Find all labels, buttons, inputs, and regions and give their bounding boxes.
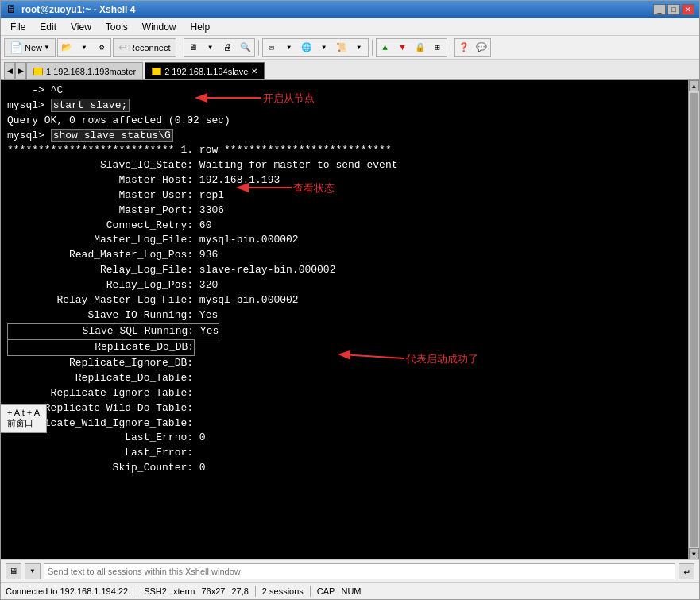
scroll-down-btn[interactable]: ▼ bbox=[689, 548, 699, 559]
reconnect-button[interactable]: ↩ Reconnect bbox=[113, 38, 176, 57]
terminal-line: Relay_Log_File: slave-relay-bin.000002 bbox=[7, 263, 682, 278]
session-arrow[interactable]: ▼ bbox=[25, 563, 41, 579]
new-icon: 📄 bbox=[10, 41, 23, 54]
terminal-line: Master_Log_File: mysql-bin.000002 bbox=[7, 233, 682, 248]
terminal-line: Query OK, 0 rows affected (0.02 sec) bbox=[7, 114, 682, 129]
tab-nav-right[interactable]: ▶ bbox=[15, 62, 26, 79]
grid-btn[interactable]: ⊞ bbox=[429, 39, 447, 56]
toolbar-sep-1 bbox=[180, 40, 180, 56]
tab-1[interactable]: 1 192.168.1.193master bbox=[26, 62, 143, 79]
tab-2-close[interactable]: ✕ bbox=[251, 67, 257, 75]
scroll-thumb[interactable] bbox=[690, 93, 698, 547]
menu-window[interactable]: Window bbox=[136, 20, 183, 34]
script-btn[interactable]: 📜 bbox=[333, 39, 350, 56]
send-button[interactable]: ↵ bbox=[679, 563, 694, 579]
monitor-icon-btn[interactable]: 🖥 bbox=[184, 39, 202, 56]
terminal-line: Relay_Log_Pos: 320 bbox=[7, 278, 682, 293]
window-controls: _ □ ✕ bbox=[653, 4, 694, 15]
tab-bar: ◀ ▶ 1 192.168.1.193master 2 192.168.1.19… bbox=[1, 60, 699, 80]
tab-1-icon bbox=[33, 68, 43, 75]
upload-btn[interactable]: ▲ bbox=[377, 39, 394, 56]
new-button[interactable]: 📄 New ▼ bbox=[4, 38, 56, 57]
send-text-input[interactable] bbox=[44, 563, 675, 579]
globe-btn[interactable]: 🌐 bbox=[298, 39, 315, 56]
terminal-line: mysql> show slave status\G bbox=[7, 129, 682, 144]
connection-status: Connected to 192.168.1.194:22. bbox=[6, 586, 130, 596]
terminal-line: Slave_SQL_Running: Yes bbox=[7, 323, 682, 340]
protocol-status: SSH2 bbox=[144, 586, 167, 596]
num-status: NUM bbox=[341, 586, 361, 596]
terminal-line: Replicate_Do_Table: bbox=[7, 371, 682, 386]
minimize-button[interactable]: _ bbox=[653, 4, 666, 15]
terminal-line: Replicate_Wild_Do_Table: bbox=[7, 401, 682, 416]
terminal-line: mysql> start slave; bbox=[7, 99, 682, 114]
download-btn[interactable]: ▼ bbox=[394, 39, 412, 56]
chat-btn[interactable]: 💬 bbox=[473, 39, 490, 56]
menu-edit[interactable]: Edit bbox=[33, 20, 63, 34]
toolbar-help-group: ❓ 💬 bbox=[454, 38, 491, 57]
terminal-line: Master_Host: 192.168.1.193 bbox=[7, 173, 682, 188]
open-button[interactable]: 📂 bbox=[58, 39, 75, 56]
window-title: root@zuoyu1:~ - Xshell 4 bbox=[21, 4, 135, 15]
session-icon[interactable]: 🖥 bbox=[6, 563, 21, 579]
compose-arrow-btn[interactable]: ▼ bbox=[280, 39, 298, 56]
menu-file[interactable]: File bbox=[4, 20, 32, 34]
close-button[interactable]: ✕ bbox=[682, 4, 694, 15]
terminal-line: Replicate_Ignore_Table: bbox=[7, 386, 682, 401]
tab-2[interactable]: 2 192.168.1.194slave ✕ bbox=[145, 62, 265, 79]
toolbar-sep-2 bbox=[258, 40, 259, 56]
status-sep-2 bbox=[255, 586, 256, 597]
terminal-size-status: 76x27 bbox=[201, 586, 225, 596]
menu-help[interactable]: Help bbox=[184, 20, 217, 34]
terminal-line: Relay_Master_Log_File: mysql-bin.000002 bbox=[7, 293, 682, 308]
terminal-line: Master_Port: 3306 bbox=[7, 203, 682, 219]
status-bar: Connected to 192.168.1.194:22. SSH2 xter… bbox=[1, 582, 699, 599]
scroll-up-btn[interactable]: ▲ bbox=[689, 80, 699, 91]
menu-tools[interactable]: Tools bbox=[99, 20, 134, 34]
menu-bar: File Edit View Tools Window Help bbox=[1, 18, 699, 36]
main-window: 🖥 root@zuoyu1:~ - Xshell 4 _ □ ✕ File Ed… bbox=[0, 0, 700, 600]
terminal-line: Last_Error: bbox=[7, 446, 682, 461]
search-btn[interactable]: 🔍 bbox=[237, 39, 254, 56]
vertical-scrollbar[interactable]: ▲ ▼ bbox=[688, 80, 699, 559]
terminal[interactable]: -> ^Cmysql> start slave;Query OK, 0 rows… bbox=[1, 80, 688, 559]
caps-status: CAP bbox=[317, 586, 335, 596]
maximize-button[interactable]: □ bbox=[667, 4, 680, 15]
toolbar-transfer-group: ▲ ▼ 🔒 ⊞ bbox=[376, 38, 447, 57]
bottom-bar: 🖥 ▼ ↵ bbox=[1, 559, 699, 582]
folder-arrow-button[interactable]: ▼ bbox=[75, 39, 93, 56]
terminal-type-status: xterm bbox=[173, 586, 195, 596]
compose-btn[interactable]: ✉ bbox=[263, 39, 280, 56]
tab-nav-left[interactable]: ◀ bbox=[4, 62, 15, 79]
terminal-line: Master_User: repl bbox=[7, 188, 682, 203]
terminal-line: Replicate_Do_DB: bbox=[7, 339, 682, 356]
tooltip-popup: + Alt + A 前窗口 bbox=[0, 404, 47, 433]
status-sep-1 bbox=[137, 586, 137, 597]
terminal-line: Replicate_Ignore_DB: bbox=[7, 356, 682, 371]
help-btn[interactable]: ❓ bbox=[455, 39, 473, 56]
toolbar-session-group: ✉ ▼ 🌐 ▼ 📜 ▼ bbox=[262, 38, 369, 57]
tab-2-label: 2 192.168.1.194slave bbox=[164, 67, 248, 76]
terminal-line: Read_Master_Log_Pos: 936 bbox=[7, 248, 682, 263]
terminal-line: *************************** 1. row *****… bbox=[7, 143, 682, 158]
print-btn[interactable]: 🖨 bbox=[219, 39, 237, 56]
terminal-line: Connect_Retry: 60 bbox=[7, 219, 682, 234]
sessions-status: 2 sessions bbox=[262, 586, 304, 596]
view-arrow-btn[interactable]: ▼ bbox=[202, 39, 219, 56]
reconnect-icon: ↩ bbox=[118, 41, 127, 53]
terminal-line: Slave_IO_State: Waiting for master to se… bbox=[7, 158, 682, 173]
cursor-status: 27,8 bbox=[231, 586, 248, 596]
properties-button[interactable]: ⚙ bbox=[93, 39, 110, 56]
lock-btn[interactable]: 🔒 bbox=[412, 39, 429, 56]
tab-2-icon bbox=[152, 68, 161, 75]
menu-view[interactable]: View bbox=[64, 20, 98, 34]
script-arrow-btn[interactable]: ▼ bbox=[350, 39, 368, 56]
toolbar-file-group: 📂 ▼ ⚙ bbox=[57, 38, 111, 57]
toolbar-view-group: 🖥 ▼ 🖨 🔍 bbox=[184, 38, 255, 57]
globe-arrow-btn[interactable]: ▼ bbox=[315, 39, 333, 56]
toolbar: 📄 New ▼ 📂 ▼ ⚙ ↩ Reconnect 🖥 ▼ 🖨 🔍 ✉ ▼ 🌐 … bbox=[1, 36, 699, 60]
terminal-line: Replicate_Wild_Ignore_Table: bbox=[7, 416, 682, 432]
title-bar: 🖥 root@zuoyu1:~ - Xshell 4 _ □ ✕ bbox=[1, 1, 699, 18]
terminal-line: Slave_IO_Running: Yes bbox=[7, 308, 682, 323]
tab-1-label: 1 192.168.1.193master bbox=[46, 67, 136, 76]
